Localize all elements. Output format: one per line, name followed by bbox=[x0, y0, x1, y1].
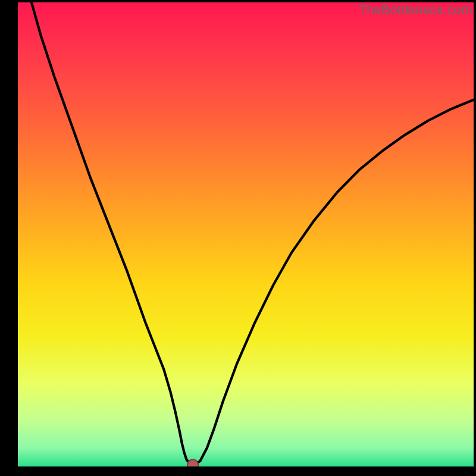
chart-background bbox=[18, 2, 474, 466]
chart-svg bbox=[18, 2, 474, 466]
plot-area bbox=[18, 2, 474, 466]
watermark-text: TheBottleneck.com bbox=[358, 2, 472, 18]
chart-container: { "watermark": "TheBottleneck.com", "col… bbox=[0, 0, 476, 476]
optimal-marker bbox=[187, 459, 198, 466]
